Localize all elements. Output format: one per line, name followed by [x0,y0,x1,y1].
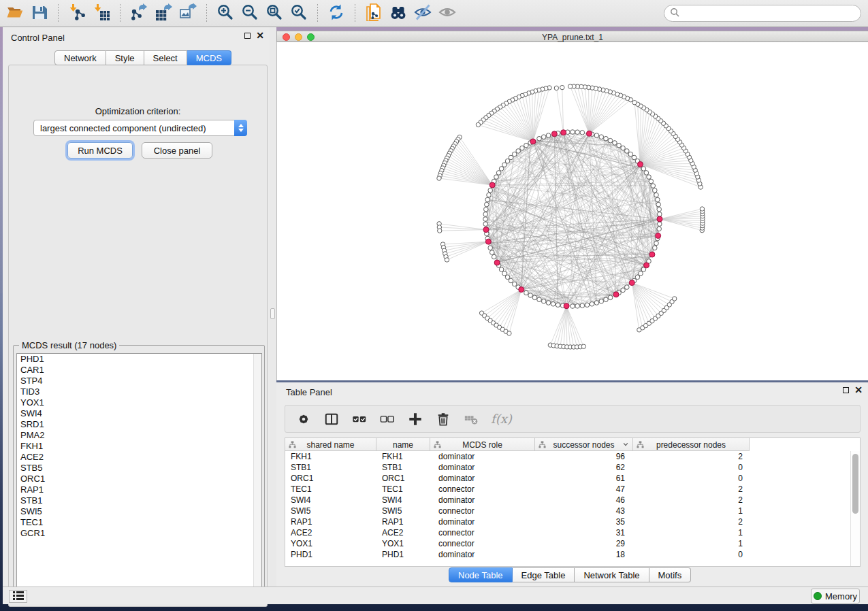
show-all-button[interactable] [435,3,460,24]
delete-table-icon[interactable] [463,411,479,427]
network-node[interactable] [485,202,489,207]
memory-button[interactable]: Memory [811,589,860,604]
network-node[interactable] [483,212,488,217]
close-table-panel-icon[interactable]: ✕ [854,386,863,394]
mcds-hub-node[interactable] [530,139,536,144]
tab-motifs[interactable]: Motifs [649,567,692,582]
network-node[interactable] [581,344,585,348]
network-node[interactable] [654,241,659,246]
mcds-hub-node[interactable] [485,239,491,244]
network-node[interactable] [599,299,604,304]
tab-node-table[interactable]: Node Table [449,567,513,582]
zoom-in-button[interactable] [213,3,238,24]
network-node[interactable] [546,301,551,306]
network-node[interactable] [604,136,609,141]
network-node[interactable] [613,141,617,146]
network-node[interactable] [635,275,640,280]
mcds-hub-node[interactable] [637,161,643,167]
network-node[interactable] [438,229,442,233]
network-node[interactable] [537,136,542,141]
mcds-hub-node[interactable] [644,263,649,268]
new-network-from-selection-button[interactable] [361,3,386,24]
float-panel-icon[interactable] [244,33,251,39]
open-session-button[interactable] [3,3,27,24]
table-row[interactable]: FKH1FKH1dominator962 [285,451,750,462]
deselect-all-rows-icon[interactable] [379,411,396,427]
export-table-button[interactable] [151,3,176,24]
network-node[interactable] [580,131,585,135]
zoom-fit-button[interactable] [262,3,287,24]
network-node[interactable] [700,207,704,211]
network-node[interactable] [512,152,517,156]
network-node[interactable] [570,304,575,309]
table-scrollbar-track[interactable] [850,451,860,566]
network-node[interactable] [657,212,662,217]
mcds-result-item[interactable]: SWI4 [17,408,261,419]
network-node[interactable] [554,86,558,90]
search-input[interactable] [683,8,855,18]
network-node[interactable] [505,159,510,163]
mcds-hub-node[interactable] [656,233,661,238]
network-node[interactable] [546,133,551,138]
network-node[interactable] [594,133,599,138]
search-network-button[interactable] [386,3,411,24]
mcds-result-list[interactable]: PHD1CAR1STP4TID3YOX1SWI4SRD1PMA2FKH1ACE2… [16,353,262,595]
show-columns-icon[interactable] [323,411,340,427]
network-node[interactable] [608,295,613,300]
network-node[interactable] [528,293,533,298]
mcds-result-item[interactable]: CAR1 [17,365,261,376]
node-table[interactable]: shared namenameMCDS rolesuccessor nodesp… [285,437,861,567]
mcds-hub-node[interactable] [489,182,495,188]
table-row[interactable]: ORC1ORC1dominator610 [285,473,750,484]
tab-edge-table[interactable]: Edge Table [513,567,575,582]
table-row[interactable]: SWI5SWI5connector431 [285,506,750,516]
table-row[interactable]: TEC1TEC1connector472 [285,484,750,495]
table-row[interactable]: YOX1YOX1connector291 [285,538,750,549]
network-node[interactable] [654,193,659,197]
network-node[interactable] [575,303,580,308]
network-node[interactable] [653,246,658,250]
network-node[interactable] [502,163,507,167]
mcds-result-item[interactable]: RAP1 [17,484,261,495]
add-column-icon[interactable] [407,411,423,427]
network-node[interactable] [437,176,441,180]
network-graph[interactable] [277,42,868,380]
network-node[interactable] [524,291,529,295]
network-node[interactable] [673,297,677,301]
network-node[interactable] [632,101,637,105]
network-node[interactable] [492,254,496,259]
network-node[interactable] [621,146,626,150]
network-node[interactable] [657,207,662,212]
network-node[interactable] [580,303,585,308]
mcds-hub-node[interactable] [564,303,569,309]
network-node[interactable] [541,299,546,304]
network-node[interactable] [570,130,575,135]
optimization-criterion-select[interactable]: largest connected component (undirected) [33,120,247,136]
tab-select[interactable]: Select [144,50,187,65]
splitter-grip[interactable] [270,308,275,319]
network-node[interactable] [483,217,488,222]
mcds-result-item[interactable]: PMA2 [17,430,261,441]
network-node[interactable] [483,222,488,227]
network-node[interactable] [489,250,494,255]
float-table-panel-icon[interactable] [843,387,849,393]
mcds-hub-node[interactable] [519,287,524,293]
function-builder-icon[interactable]: f(x) [491,412,512,426]
network-node[interactable] [657,222,662,227]
network-node[interactable] [632,155,637,160]
network-node[interactable] [625,285,630,290]
network-node[interactable] [653,188,658,193]
column-header-MCDS-role[interactable]: MCDS role [430,438,535,451]
network-node[interactable] [644,171,649,176]
mcds-result-item[interactable]: STB1 [17,495,261,506]
column-header-name[interactable]: name [376,438,430,451]
mcds-result-item[interactable]: PHD1 [17,354,261,365]
network-node[interactable] [656,202,661,207]
mcds-result-item[interactable]: SWI5 [17,506,261,517]
network-node[interactable] [509,155,513,160]
mcds-hub-node[interactable] [613,292,619,297]
zoom-selected-button[interactable] [287,3,311,24]
mcds-result-item[interactable]: GCR1 [17,528,261,539]
network-node[interactable] [532,295,537,300]
mcds-hub-node[interactable] [629,280,634,286]
